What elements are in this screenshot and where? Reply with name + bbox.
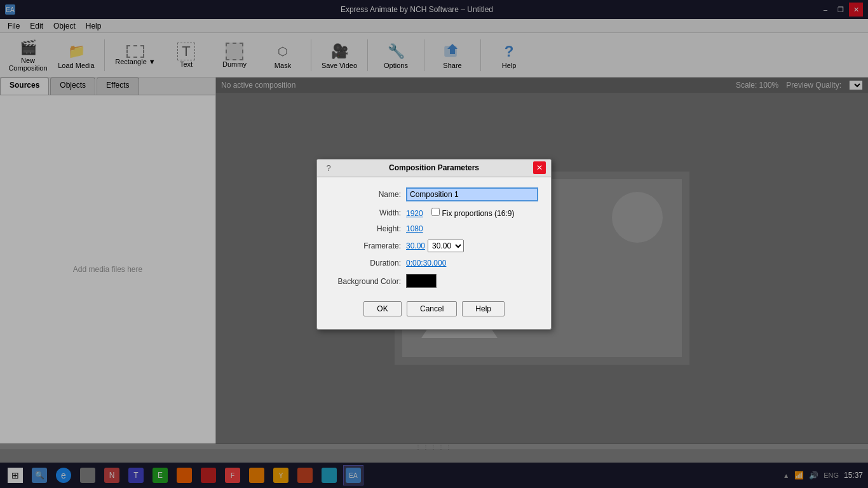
framerate-select[interactable]: 30.00 24.00 25.00 60.00	[428, 240, 464, 252]
dialog-titlebar: ? Composition Parameters ✕	[317, 159, 551, 177]
duration-row: Duration: 0:00:30.000	[330, 259, 538, 268]
framerate-row: Framerate: 30.00 30.00 24.00 25.00 60.00	[330, 240, 538, 252]
bg-color-row: Background Color:	[330, 274, 538, 290]
duration-control: 0:00:30.000	[406, 259, 538, 268]
width-value[interactable]: 1920	[406, 209, 423, 218]
ok-button[interactable]: OK	[363, 301, 402, 316]
height-value[interactable]: 1080	[406, 224, 423, 233]
height-label: Height:	[330, 224, 406, 233]
dialog-title: Composition Parameters	[335, 163, 533, 172]
duration-label: Duration:	[330, 259, 406, 268]
framerate-label: Framerate:	[330, 241, 406, 250]
dialog-help-icon[interactable]: ?	[322, 161, 335, 174]
duration-value[interactable]: 0:00:30.000	[406, 259, 446, 268]
modal-overlay: ? Composition Parameters ✕ Name: Width: …	[0, 0, 868, 488]
dialog-buttons: OK Cancel Help	[330, 296, 538, 319]
height-control: 1080	[406, 224, 538, 233]
framerate-control: 30.00 30.00 24.00 25.00 60.00	[406, 240, 538, 252]
width-label: Width:	[330, 208, 406, 217]
help-button[interactable]: Help	[462, 301, 505, 316]
name-label: Name:	[330, 190, 406, 199]
dialog-close-button[interactable]: ✕	[533, 161, 546, 174]
dialog-body: Name: Width: 1920 Fix proportions (16:9)…	[317, 177, 551, 329]
name-row: Name:	[330, 187, 538, 201]
fix-proportions-checkbox[interactable]	[431, 208, 440, 216]
framerate-value[interactable]: 30.00	[406, 241, 425, 250]
width-control: 1920 Fix proportions (16:9)	[406, 208, 538, 218]
width-row: Width: 1920 Fix proportions (16:9)	[330, 208, 538, 218]
height-row: Height: 1080	[330, 224, 538, 233]
name-input[interactable]	[406, 187, 538, 201]
fix-proportions-label: Fix proportions (16:9)	[442, 209, 514, 218]
bg-color-control	[406, 274, 538, 290]
bg-color-label: Background Color:	[330, 277, 406, 286]
composition-parameters-dialog: ? Composition Parameters ✕ Name: Width: …	[316, 159, 552, 330]
cancel-button[interactable]: Cancel	[407, 301, 457, 316]
name-control	[406, 187, 538, 201]
bg-color-swatch[interactable]	[406, 274, 437, 288]
